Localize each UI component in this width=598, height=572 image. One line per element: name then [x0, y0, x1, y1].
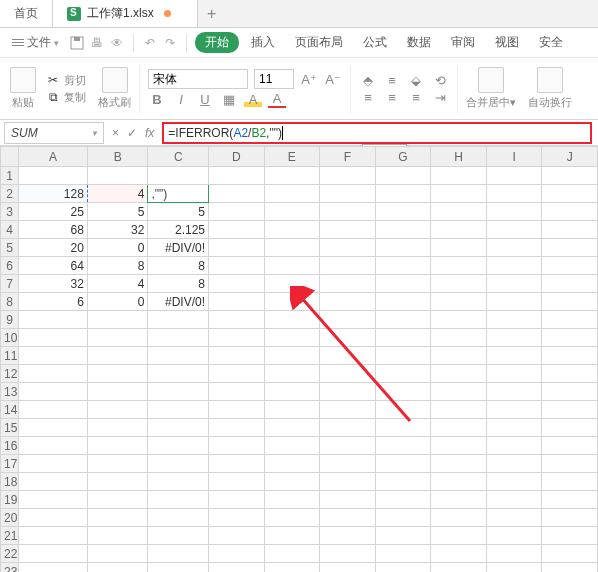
row-header[interactable]: 23: [1, 563, 19, 573]
cell[interactable]: #DIV/0!: [148, 239, 209, 257]
cell[interactable]: 8: [148, 257, 209, 275]
copy-button[interactable]: ⧉复制: [49, 90, 86, 105]
align-left-icon[interactable]: ≡: [359, 90, 377, 105]
cell[interactable]: 128: [19, 185, 88, 203]
increase-font-icon[interactable]: A⁺: [300, 72, 318, 87]
redo-icon[interactable]: ↷: [162, 35, 178, 51]
save-icon[interactable]: [69, 35, 85, 51]
cell[interactable]: 8: [87, 257, 148, 275]
align-right-icon[interactable]: ≡: [407, 90, 425, 105]
row-header[interactable]: 6: [1, 257, 19, 275]
underline-button[interactable]: U: [196, 92, 214, 107]
formula-confirm-button[interactable]: ✓: [127, 126, 137, 140]
cell[interactable]: #DIV/0!: [148, 293, 209, 311]
row-header[interactable]: 3: [1, 203, 19, 221]
cell[interactable]: 6: [19, 293, 88, 311]
align-middle-icon[interactable]: ≡: [383, 73, 401, 88]
font-name-select[interactable]: [148, 69, 248, 89]
cell[interactable]: 32: [19, 275, 88, 293]
paste-group[interactable]: 粘贴: [4, 67, 42, 110]
cell[interactable]: 64: [19, 257, 88, 275]
merge-button[interactable]: 合并居中▾: [460, 67, 522, 110]
row-header[interactable]: 8: [1, 293, 19, 311]
fx-button[interactable]: fx: [145, 126, 154, 140]
ribbon-tab-security[interactable]: 安全: [531, 32, 571, 53]
add-tab-button[interactable]: +: [198, 0, 226, 27]
cell[interactable]: 8: [148, 275, 209, 293]
formula-cancel-button[interactable]: ×: [112, 126, 119, 140]
col-header[interactable]: H: [431, 147, 487, 167]
font-size-select[interactable]: [254, 69, 294, 89]
orientation-icon[interactable]: ⟲: [431, 73, 449, 88]
name-box[interactable]: SUM▾: [4, 122, 104, 144]
row-header[interactable]: 14: [1, 401, 19, 419]
bold-button[interactable]: B: [148, 92, 166, 107]
row-header[interactable]: 9: [1, 311, 19, 329]
preview-icon[interactable]: 👁: [109, 35, 125, 51]
row-header[interactable]: 22: [1, 545, 19, 563]
row-header[interactable]: 2: [1, 185, 19, 203]
fill-color-button[interactable]: A: [244, 92, 262, 107]
wrap-button[interactable]: 自动换行: [522, 67, 578, 110]
row-header[interactable]: 17: [1, 455, 19, 473]
cell[interactable]: 20: [19, 239, 88, 257]
col-header[interactable]: A: [19, 147, 88, 167]
row-header[interactable]: 1: [1, 167, 19, 185]
print-icon[interactable]: 🖶: [89, 35, 105, 51]
select-all-corner[interactable]: [1, 147, 19, 167]
undo-icon[interactable]: ↶: [142, 35, 158, 51]
cut-button[interactable]: ✂剪切: [48, 73, 86, 88]
row-header[interactable]: 13: [1, 383, 19, 401]
active-cell[interactable]: ,""): [148, 185, 209, 203]
align-center-icon[interactable]: ≡: [383, 90, 401, 105]
decrease-font-icon[interactable]: A⁻: [324, 72, 342, 87]
ribbon-tab-layout[interactable]: 页面布局: [287, 32, 351, 53]
cell[interactable]: 0: [87, 293, 148, 311]
cell[interactable]: 4: [87, 275, 148, 293]
row-header[interactable]: 20: [1, 509, 19, 527]
row-header[interactable]: 11: [1, 347, 19, 365]
col-header[interactable]: C: [148, 147, 209, 167]
row-header[interactable]: 4: [1, 221, 19, 239]
ribbon-tab-start[interactable]: 开始: [195, 32, 239, 53]
cell[interactable]: 68: [19, 221, 88, 239]
row-header[interactable]: 16: [1, 437, 19, 455]
tab-workbook[interactable]: 工作簿1.xlsx: [53, 0, 198, 27]
ribbon-tab-data[interactable]: 数据: [399, 32, 439, 53]
cell[interactable]: 0: [87, 239, 148, 257]
ribbon-tab-formula[interactable]: 公式: [355, 32, 395, 53]
italic-button[interactable]: I: [172, 92, 190, 107]
col-header[interactable]: J: [542, 147, 598, 167]
col-header[interactable]: D: [209, 147, 265, 167]
row-header[interactable]: 12: [1, 365, 19, 383]
cell[interactable]: 5: [148, 203, 209, 221]
align-top-icon[interactable]: ⬘: [359, 73, 377, 88]
col-header[interactable]: I: [486, 147, 542, 167]
row-header[interactable]: 19: [1, 491, 19, 509]
cell[interactable]: 32: [87, 221, 148, 239]
font-color-button[interactable]: A: [268, 91, 286, 108]
row-header[interactable]: 18: [1, 473, 19, 491]
row-header[interactable]: 5: [1, 239, 19, 257]
ribbon-tab-review[interactable]: 审阅: [443, 32, 483, 53]
formula-input[interactable]: =IFERROR(A2/B2,""): [162, 122, 592, 144]
col-header[interactable]: G: [375, 147, 431, 167]
spreadsheet-grid[interactable]: A B C D E F G H I J 1 21284,"") 32555 46…: [0, 146, 598, 572]
tab-home[interactable]: 首页: [0, 0, 53, 27]
indent-icon[interactable]: ⇥: [431, 90, 449, 105]
row-header[interactable]: 21: [1, 527, 19, 545]
cell[interactable]: 2.125: [148, 221, 209, 239]
align-bottom-icon[interactable]: ⬙: [407, 73, 425, 88]
cell[interactable]: 5: [87, 203, 148, 221]
border-button[interactable]: ▦: [220, 92, 238, 107]
file-menu[interactable]: 文件▾: [6, 32, 65, 53]
format-painter-button[interactable]: 格式刷: [92, 67, 137, 110]
col-header[interactable]: B: [87, 147, 148, 167]
ribbon-tab-insert[interactable]: 插入: [243, 32, 283, 53]
col-header[interactable]: F: [320, 147, 376, 167]
ribbon-tab-view[interactable]: 视图: [487, 32, 527, 53]
row-header[interactable]: 10: [1, 329, 19, 347]
row-header[interactable]: 15: [1, 419, 19, 437]
cell[interactable]: 25: [19, 203, 88, 221]
col-header[interactable]: E: [264, 147, 320, 167]
